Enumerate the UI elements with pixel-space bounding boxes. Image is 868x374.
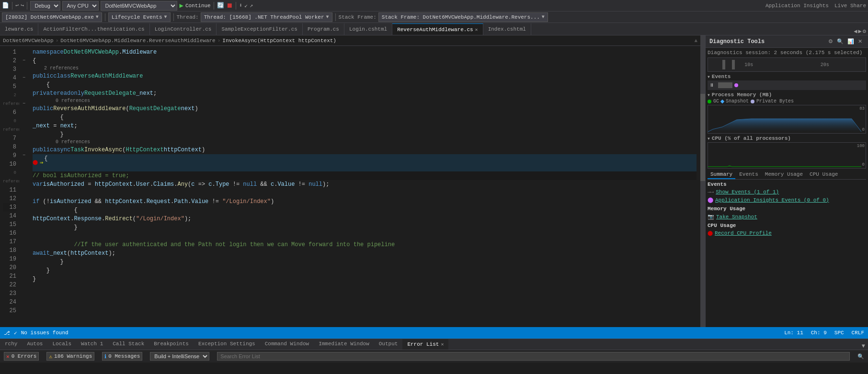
diag-tab-summary[interactable]: Summary [708, 170, 735, 179]
bottom-tab-breakpoints[interactable]: Breakpoints [149, 339, 194, 350]
events-section-header[interactable]: ▼ Events [708, 74, 866, 79]
restart-icon[interactable]: 🔄 [217, 2, 224, 9]
bottom-tab-callstack[interactable]: Call Stack [108, 339, 149, 350]
bottom-tab-output[interactable]: Output [374, 339, 403, 350]
bottom-tab-exception[interactable]: Exception Settings [194, 339, 260, 350]
collapse-ctor[interactable]: − [23, 100, 25, 108]
cpu-chart[interactable]: 100 0 [708, 142, 866, 169]
process-selector[interactable]: [28032] DotNet6MVCWebApp.exe ▼ [2, 12, 102, 22]
live-share-btn[interactable]: Live Share [834, 3, 866, 9]
tab-scroll-left[interactable]: ◀ [854, 28, 857, 35]
project-dropdown[interactable]: DotNet6MVCWebApp [101, 1, 177, 11]
tab-leware[interactable]: leware.cs [0, 23, 38, 35]
tab-reverseauth-close[interactable]: ✕ [475, 27, 478, 33]
tab-settings-icon[interactable]: ⚙ [863, 28, 866, 35]
continue-icon[interactable]: ▶ [179, 1, 183, 10]
tab-logincontroller[interactable]: LoginController.cs [150, 23, 217, 35]
stack-frame-selector[interactable]: Stack Frame: DotNet6MVCWebApp.Middleware… [378, 12, 548, 22]
errors-filter[interactable]: ✕ 0 Errors [4, 352, 39, 361]
record-cpu-item[interactable]: ⬤ Record CPU Profile [708, 229, 866, 237]
bottom-tab-hierarchy[interactable]: rchy [0, 339, 22, 350]
snapshot-legend-label: Snapshot [726, 99, 749, 104]
diag-close-btn[interactable]: ✕ [856, 37, 864, 45]
cpu-section-header[interactable]: ▼ CPU (% of all processors) [708, 136, 866, 141]
breadcrumb-class[interactable]: DotNet6MVCWebApp.Middleware.ReverseAuthM… [60, 38, 215, 44]
gc-legend-label: GC [713, 99, 719, 104]
bottom-tab-immediate[interactable]: Immediate Window [314, 339, 374, 350]
diagnostic-body: Diagnostics session: 2 seconds (2.175 s … [706, 48, 868, 327]
warnings-filter[interactable]: ⚠ 186 Warnings [46, 352, 94, 361]
bottom-tab-command[interactable]: Command Window [260, 339, 314, 350]
tab-reverseauth-label: ReverseAuthMiddleware.cs [397, 27, 473, 33]
bottom-tab-errorlist[interactable]: Error List ✕ [402, 339, 448, 350]
debug-mode-dropdown[interactable]: Debug [30, 1, 60, 11]
breadcrumb-scroll-up[interactable]: ▲ [694, 38, 697, 44]
continue-label[interactable]: Continue [185, 3, 211, 9]
lifecycle-selector[interactable]: Lifecycle Events ▼ [108, 12, 171, 22]
tab-login[interactable]: Login.cshtml [344, 23, 392, 35]
tab-reverseauth[interactable]: ReverseAuthMiddleware.cs ✕ [392, 23, 483, 35]
bottom-tab-watch1[interactable]: Watch 1 [76, 339, 108, 350]
step-over-icon[interactable]: ⬇ [239, 2, 242, 9]
stack-frame-arrow[interactable]: ▼ [542, 14, 545, 20]
cpu-collapse-icon[interactable]: ▼ [708, 136, 710, 141]
messages-filter[interactable]: ℹ 0 Messages [102, 352, 142, 361]
bottom-panel-collapse[interactable]: ▼ [859, 343, 868, 350]
diag-chart-btn[interactable]: 📊 [845, 37, 856, 45]
code-line-12: ⬤⇒{ [33, 154, 697, 171]
events-pause-icon[interactable]: ⏸ [709, 82, 714, 88]
tab-sampleexception[interactable]: SampleExceptionFilter.cs [217, 23, 302, 35]
record-cpu-link[interactable]: Record CPU Profile [715, 230, 772, 236]
thread-selector[interactable]: Thread: [15668] .NET ThreadPool Worker ▼ [201, 12, 332, 22]
collapse-invoke[interactable]: − [23, 151, 25, 160]
step-out-icon[interactable]: ↗ [250, 2, 253, 9]
process-dropdown-arrow[interactable]: ▼ [96, 14, 99, 20]
ch-label: Ch: 9 [811, 330, 827, 336]
code-content[interactable]: 1 2 3 4 5 2 references 6 0 references 7 … [0, 46, 700, 327]
show-events-item[interactable]: →→ Show Events (1 of 1) [708, 188, 866, 196]
collapse-namespace[interactable]: − [23, 57, 25, 65]
memory-section-label: Process Memory (MB) [712, 92, 772, 98]
memory-collapse-icon[interactable]: ▼ [708, 93, 710, 97]
search-icon: 🔍 [857, 353, 864, 360]
editor-vertical-scrollbar[interactable] [700, 35, 705, 327]
memory-section-header[interactable]: ▼ Process Memory (MB) [708, 92, 866, 98]
diag-search-btn[interactable]: 🔍 [835, 37, 845, 45]
undo-icon[interactable]: ↩ [15, 2, 19, 9]
bottom-tab-locals[interactable]: Locals [47, 339, 76, 350]
take-snapshot-item[interactable]: 📷 Take Snapshot [708, 213, 866, 221]
status-right: Ln: 11 Ch: 9 SPC CRLF [784, 330, 864, 336]
tab-scroll-right[interactable]: ▶ [858, 28, 862, 35]
platform-dropdown[interactable]: Any CPU [62, 1, 99, 11]
take-snapshot-link[interactable]: Take Snapshot [716, 214, 757, 220]
events-collapse-icon[interactable]: ▼ [708, 75, 710, 79]
build-filter-dropdown[interactable]: Build + IntelliSense [150, 352, 209, 361]
diag-tab-memory[interactable]: Memory Usage [762, 170, 806, 179]
collapse-class[interactable]: − [23, 74, 25, 82]
code-editor[interactable]: DotNet6MVCWebApp › DotNet6MVCWebApp.Midd… [0, 35, 700, 327]
breadcrumb-method[interactable]: InvokeAsync(HttpContext httpContext) [222, 38, 336, 44]
redo-icon[interactable]: ↪ [21, 2, 24, 9]
stack-frame-value: Stack Frame: DotNet6MVCWebApp.Middleware… [382, 14, 540, 20]
app-insights-link[interactable]: Application Insights Events (0 of 0) [715, 197, 829, 203]
tab-index[interactable]: Index.cshtml [483, 23, 531, 35]
stop-icon[interactable]: ⏹ [226, 2, 233, 10]
bottom-tab-errorlist-close[interactable]: ✕ [441, 341, 444, 347]
breadcrumb-namespace[interactable]: DotNet6MVCWebApp [3, 38, 54, 44]
diag-tab-events[interactable]: Events [736, 170, 761, 179]
show-events-link[interactable]: Show Events (1 of 1) [716, 189, 779, 195]
memory-chart[interactable]: 83 0 [708, 105, 866, 134]
diag-tab-cpu[interactable]: CPU Usage [807, 170, 841, 179]
error-list-search[interactable] [217, 352, 850, 361]
diag-settings-btn[interactable]: ⚙ [826, 37, 835, 45]
tab-program[interactable]: Program.cs [303, 23, 344, 35]
diag-timeline[interactable]: 10s 20s [708, 57, 866, 72]
thread-arrow[interactable]: ▼ [326, 14, 329, 20]
tab-actionfilter[interactable]: ActionFilterCh...thentication.cs [38, 23, 149, 35]
code-text[interactable]: namespace DotNet6MVCWebApp.Middleware { … [29, 46, 700, 327]
application-insights-btn[interactable]: Application Insights [765, 3, 829, 9]
lifecycle-arrow[interactable]: ▼ [164, 14, 167, 20]
step-into-icon[interactable]: ↙ [244, 2, 248, 9]
app-insights-item[interactable]: ⬤ Application Insights Events (0 of 0) [708, 196, 866, 204]
bottom-tab-autos[interactable]: Autos [22, 339, 47, 350]
